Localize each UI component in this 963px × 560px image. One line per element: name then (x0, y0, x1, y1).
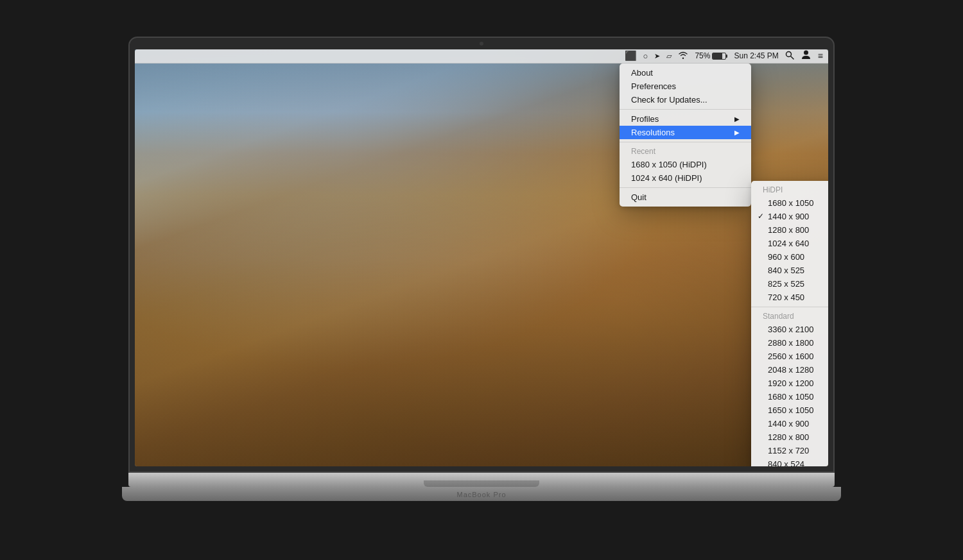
res-hidpi-1680[interactable]: 1680 x 1050 (751, 196, 828, 210)
svg-point-0 (786, 51, 791, 56)
laptop-bottom (128, 473, 835, 487)
res-std-1152[interactable]: 1152 x 720 (751, 444, 828, 457)
standard-header: Standard (751, 310, 828, 323)
res-std-1680[interactable]: 1680 x 1050 (751, 390, 828, 403)
macbook-label: MacBook Pro (456, 491, 506, 498)
submenu-separator-1 (751, 307, 828, 307)
recent-header: Recent (620, 145, 751, 158)
checkmark-1440: ✓ (758, 212, 764, 221)
menu-item-profiles[interactable]: Profiles ▶ (620, 112, 751, 126)
camera (480, 42, 483, 46)
menu-list-icon[interactable]: ≡ (818, 51, 823, 61)
res-std-3360[interactable]: 3360 x 2100 (751, 323, 828, 336)
laptop-hinge (424, 480, 539, 487)
resolutions-arrow: ▶ (734, 129, 740, 136)
main-menu: About Preferences Check for Updates... P… (620, 64, 751, 207)
res-std-1650[interactable]: 1650 x 1050 (751, 403, 828, 417)
svg-point-2 (804, 51, 808, 55)
circle-icon[interactable]: ○ (643, 51, 648, 61)
screen-bezel: ⬛ ○ ➤ ▱ 75% (128, 37, 835, 473)
menu-item-recent1[interactable]: 1680 x 1050 (HiDPI) (620, 158, 751, 171)
screen: ⬛ ○ ➤ ▱ 75% (135, 49, 828, 466)
menu-separator-2 (620, 142, 751, 142)
laptop-base: MacBook Pro (122, 487, 841, 501)
menubar: ⬛ ○ ➤ ▱ 75% (135, 49, 828, 64)
res-std-1920[interactable]: 1920 x 1200 (751, 377, 828, 390)
laptop-outer: ⬛ ○ ➤ ▱ 75% (122, 37, 841, 524)
menubar-right: ⬛ ○ ➤ ▱ 75% (625, 49, 823, 62)
resolutions-submenu: HiDPI 1680 x 1050 ✓ 1440 x 900 (751, 181, 828, 466)
menu-item-resolutions[interactable]: Resolutions ▶ HiDPI 1680 x 1050 (620, 126, 751, 139)
menu-item-about[interactable]: About (620, 66, 751, 80)
menu-item-recent2[interactable]: 1024 x 640 (HiDPI) (620, 171, 751, 185)
res-std-840[interactable]: 840 x 524 (751, 457, 828, 466)
battery-container: 75% (695, 51, 727, 60)
datetime: Sun 2:45 PM (734, 51, 778, 60)
battery-icon (712, 53, 727, 60)
res-hidpi-1024[interactable]: 1024 x 640 (751, 237, 828, 250)
location-icon[interactable]: ➤ (654, 52, 660, 60)
res-std-1280[interactable]: 1280 x 800 (751, 430, 828, 444)
menu-separator-3 (620, 187, 751, 188)
res-hidpi-840[interactable]: 840 x 525 (751, 264, 828, 277)
res-hidpi-1280[interactable]: 1280 x 800 (751, 223, 828, 237)
res-std-2048[interactable]: 2048 x 1280 (751, 363, 828, 377)
res-std-2560[interactable]: 2560 x 1600 (751, 350, 828, 363)
menu-item-preferences[interactable]: Preferences (620, 80, 751, 93)
res-std-1440[interactable]: 1440 x 900 (751, 417, 828, 430)
res-hidpi-960[interactable]: 960 x 600 (751, 250, 828, 264)
profiles-arrow: ▶ (734, 115, 740, 123)
user-icon[interactable] (801, 49, 811, 62)
search-icon[interactable] (785, 51, 794, 62)
display-icon[interactable]: ⬛ (625, 50, 637, 62)
svg-line-1 (791, 56, 794, 59)
wifi-icon[interactable] (678, 51, 688, 61)
res-hidpi-720[interactable]: 720 x 450 (751, 291, 828, 304)
res-std-2880[interactable]: 2880 x 1800 (751, 336, 828, 350)
dropdown-wrapper: About Preferences Check for Updates... P… (620, 64, 751, 207)
res-hidpi-1440[interactable]: ✓ 1440 x 900 (751, 210, 828, 223)
hidpi-header: HiDPI (751, 183, 828, 196)
battery-percent: 75% (695, 51, 710, 60)
menu-separator-1 (620, 109, 751, 110)
res-hidpi-825[interactable]: 825 x 525 (751, 277, 828, 291)
menu-item-check-updates[interactable]: Check for Updates... (620, 93, 751, 106)
airplay-icon[interactable]: ▱ (666, 52, 672, 60)
menu-item-quit[interactable]: Quit (620, 191, 751, 204)
